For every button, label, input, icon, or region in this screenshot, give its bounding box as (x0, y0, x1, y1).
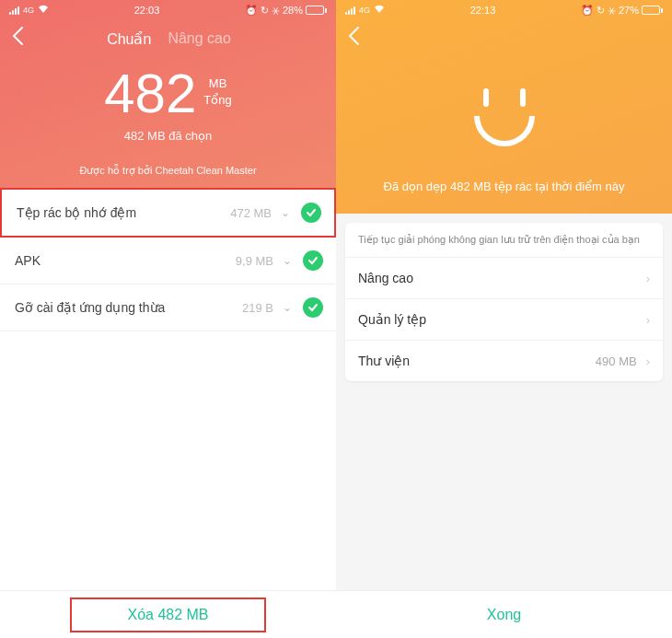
option-library[interactable]: Thư viện 490 MB › (345, 341, 663, 381)
status-bar: 4G 22:03 ⏰ ↻ ⚹ 28% (0, 0, 336, 20)
item-size: 219 B (242, 301, 273, 315)
cleaned-label: Đã dọn dẹp 482 MB tệp rác tại thời điểm … (336, 180, 672, 214)
network-icon: 4G (359, 6, 370, 15)
delete-button-label: Xóa 482 MB (127, 607, 208, 622)
size-display: 482 MB Tổng 482 MB đã chọn (0, 57, 336, 148)
bluetooth-icon: ⚹ (272, 5, 280, 17)
signal-icon (345, 6, 355, 15)
item-label: Gỡ cài đặt ứng dụng thừa (15, 300, 242, 315)
chevron-down-icon[interactable]: ⌄ (281, 206, 290, 219)
item-label: Tệp rác bộ nhớ đệm (17, 205, 230, 220)
status-time: 22:03 (134, 5, 160, 16)
back-icon[interactable] (11, 26, 24, 52)
size-unit: MB (203, 75, 231, 92)
list-item[interactable]: Gỡ cài đặt ứng dụng thừa 219 B ⌄ (0, 284, 336, 331)
status-bar: 4G 22:13 ⏰ ↻ ⚹ 27% (336, 0, 672, 20)
selected-label: 482 MB đã chọn (0, 129, 336, 143)
row-value: 490 MB (596, 354, 637, 368)
option-advanced[interactable]: Nâng cao › (345, 258, 663, 299)
network-icon: 4G (23, 6, 34, 15)
option-file-manager[interactable]: Quản lý tệp › (345, 299, 663, 341)
chevron-down-icon[interactable]: ⌄ (283, 254, 292, 267)
row-label: Quản lý tệp (358, 312, 646, 327)
tabs: Chuẩn Nâng cao (107, 30, 231, 48)
done-button[interactable]: Xong (487, 607, 521, 623)
card-header: Tiếp tục giải phóng không gian lưu trữ t… (345, 223, 663, 258)
chevron-right-icon: › (646, 354, 650, 368)
list-item[interactable]: Tệp rác bộ nhớ đệm 472 MB ⌄ (0, 188, 336, 238)
support-label: Được hỗ trợ bởi Cheetah Clean Master (0, 148, 336, 188)
battery-icon (642, 6, 663, 15)
battery-pct: 28% (283, 5, 303, 16)
smile-icon (336, 88, 672, 146)
item-label: APK (15, 253, 236, 268)
check-icon[interactable] (303, 297, 323, 318)
item-size: 9,9 MB (236, 254, 273, 268)
battery-icon (306, 6, 327, 15)
size-number: 482 (104, 66, 196, 122)
size-total-label: Tổng (203, 92, 231, 109)
sync-icon: ↻ (597, 5, 605, 17)
list-item[interactable]: APK 9,9 MB ⌄ (0, 238, 336, 284)
footer: Xóa 482 MB (0, 590, 336, 638)
row-label: Nâng cao (358, 271, 646, 285)
chevron-right-icon: › (646, 313, 650, 327)
check-icon[interactable] (301, 203, 321, 223)
junk-list: Tệp rác bộ nhớ đệm 472 MB ⌄ APK 9,9 MB ⌄… (0, 188, 336, 590)
tab-standard[interactable]: Chuẩn (107, 30, 151, 48)
options-card: Tiếp tục giải phóng không gian lưu trữ t… (345, 223, 663, 381)
chevron-down-icon[interactable]: ⌄ (283, 301, 292, 314)
back-icon[interactable] (347, 26, 360, 52)
wifi-icon (38, 5, 49, 16)
chevron-right-icon: › (646, 272, 650, 285)
tab-advanced[interactable]: Nâng cao (168, 30, 231, 48)
check-icon[interactable] (303, 250, 323, 271)
delete-button[interactable]: Xóa 482 MB (70, 597, 265, 632)
row-label: Thư viện (358, 354, 596, 368)
alarm-icon: ⏰ (581, 5, 594, 17)
footer: Xong (336, 590, 672, 638)
signal-icon (9, 6, 19, 15)
wifi-icon (374, 5, 385, 16)
status-time: 22:13 (470, 5, 496, 16)
alarm-icon: ⏰ (245, 5, 258, 17)
item-size: 472 MB (230, 206, 272, 220)
sync-icon: ↻ (261, 5, 269, 17)
bluetooth-icon: ⚹ (608, 5, 616, 17)
battery-pct: 27% (619, 5, 639, 16)
